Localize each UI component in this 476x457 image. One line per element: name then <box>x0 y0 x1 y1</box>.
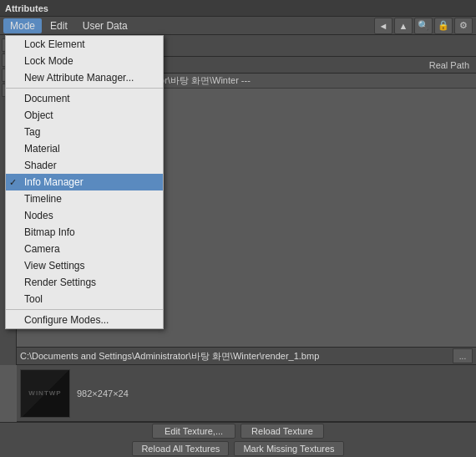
title-text: Attributes <box>5 3 48 13</box>
search-icon[interactable]: 🔍 <box>414 18 433 34</box>
title-bar: Attributes <box>0 0 476 17</box>
dropdown-item-label: New Attribute Manager... <box>24 72 134 84</box>
edit-texture-btn[interactable]: Edit Texture,... <box>152 424 235 439</box>
menu-item-mode[interactable]: Mode <box>3 18 42 33</box>
dropdown-item-label: Timeline <box>24 193 62 205</box>
settings-icon[interactable]: ⚙ <box>454 18 473 34</box>
reload-all-btn[interactable]: Reload All Textures <box>132 441 229 456</box>
arrow-left-icon[interactable]: ◄ <box>374 18 392 34</box>
dropdown-item-document[interactable]: Document <box>6 90 163 107</box>
preview-dimensions: 982×247×24 <box>77 388 129 399</box>
menu-bar: Mode Edit User Data ◄ ▲ 🔍 🔒 ⚙ <box>0 17 476 35</box>
dropdown-item-label: Tool <box>24 293 43 305</box>
dropdown-item-label: Material <box>24 143 60 155</box>
dropdown-item-label: Configure Modes... <box>24 314 109 326</box>
dropdown-item-label: Shader <box>24 160 57 171</box>
preview-area: WINTWP 982×247×24 <box>17 365 476 422</box>
dropdown-item-label: Info Manager <box>24 176 84 188</box>
mark-missing-btn[interactable]: Mark Missing Textures <box>234 441 343 456</box>
path-value: C:\Documents and Settings\Administrator\… <box>20 350 449 363</box>
dropdown-item-label: Nodes <box>24 210 53 221</box>
dropdown-item-bitmap-info[interactable]: Bitmap Info <box>6 224 163 241</box>
bottom-buttons: Edit Texture,... Reload Texture Reload A… <box>0 422 476 457</box>
dropdown-item-material[interactable]: Material <box>6 140 163 157</box>
dropdown-item-lock-mode[interactable]: Lock Mode <box>6 53 163 69</box>
menu-separator <box>6 88 163 89</box>
reload-texture-btn[interactable]: Reload Texture <box>241 424 324 439</box>
lock-icon[interactable]: 🔒 <box>434 18 453 34</box>
dropdown-item-label: View Settings <box>24 260 85 272</box>
menu-item-userdata[interactable]: User Data <box>76 18 134 33</box>
preview-thumbnail: WINTWP <box>20 369 70 418</box>
menu-item-edit[interactable]: Edit <box>43 18 74 33</box>
dropdown-item-tool[interactable]: Tool <box>6 291 163 307</box>
dropdown-item-object[interactable]: Object <box>6 107 163 124</box>
thumb-label: WINTWP <box>28 389 61 397</box>
dropdown-item-label: Object <box>24 109 53 121</box>
path-bar: C:\Documents and Settings\Administrator\… <box>17 347 476 365</box>
dropdown-item-label: Lock Element <box>24 38 85 50</box>
arrow-up-icon[interactable]: ▲ <box>394 18 413 34</box>
dropdown-item-label: Tag <box>24 126 40 138</box>
menu-separator <box>6 309 163 310</box>
dropdown-item-label: Camera <box>24 243 60 255</box>
dropdown-item-timeline[interactable]: Timeline <box>6 190 163 207</box>
dropdown-item-lock-element[interactable]: Lock Element <box>6 36 163 53</box>
col-real-path: Real Path <box>389 60 473 70</box>
dropdown-item-new-attribute-manager...[interactable]: New Attribute Manager... <box>6 69 163 86</box>
dropdown-item-info-manager[interactable]: ✓Info Manager <box>6 174 163 190</box>
dropdown-item-configure-modes...[interactable]: Configure Modes... <box>6 312 163 328</box>
dropdown-item-tag[interactable]: Tag <box>6 124 163 140</box>
btn-row-1: Edit Texture,... Reload Texture <box>3 424 473 439</box>
dropdown-item-view-settings[interactable]: View Settings <box>6 257 163 274</box>
dropdown-item-label: Document <box>24 93 70 104</box>
browse-btn[interactable]: ... <box>453 348 473 363</box>
thumbnail-image: WINTWP <box>21 370 69 417</box>
dropdown-item-camera[interactable]: Camera <box>6 241 163 257</box>
dropdown-item-render-settings[interactable]: Render Settings <box>6 274 163 291</box>
dropdown-item-label: Bitmap Info <box>24 226 75 238</box>
btn-row-2: Reload All Textures Mark Missing Texture… <box>3 441 473 456</box>
dropdown-item-label: Lock Mode <box>24 55 73 67</box>
dropdown-item-nodes[interactable]: Nodes <box>6 207 163 224</box>
main-window: Attributes Mode Edit User Data ◄ ▲ 🔍 🔒 ⚙… <box>0 0 476 457</box>
dropdown-item-shader[interactable]: Shader <box>6 157 163 174</box>
dropdown-item-label: Render Settings <box>24 277 96 288</box>
dropdown-menu: Lock Element Lock Mode New Attribute Man… <box>5 35 164 329</box>
check-icon: ✓ <box>9 177 19 188</box>
